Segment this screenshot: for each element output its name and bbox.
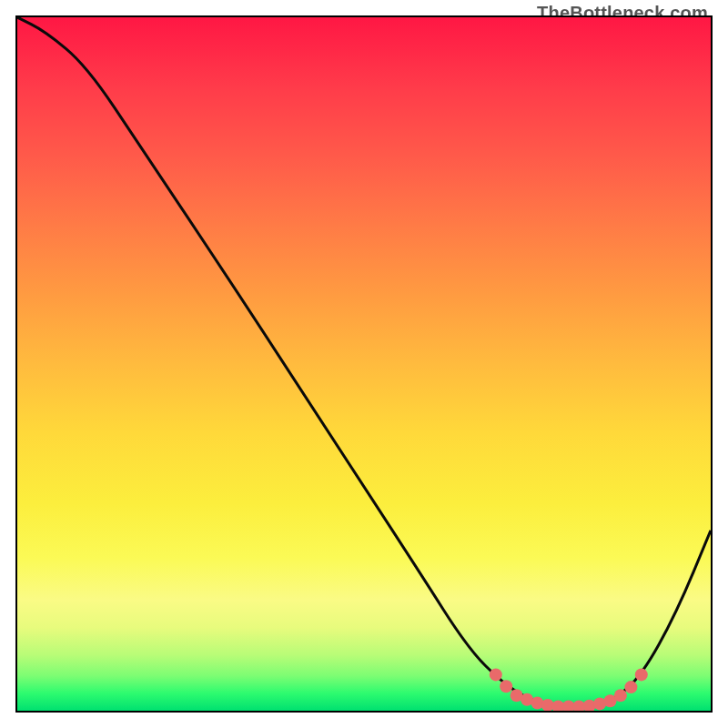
curve-marker — [635, 668, 648, 681]
curve-marker — [614, 689, 627, 702]
chart-svg — [17, 17, 711, 711]
curve-marker — [490, 668, 502, 681]
curve-marker — [500, 680, 512, 693]
curve-marker — [624, 681, 637, 693]
chart-plot-area — [15, 15, 713, 713]
bottleneck-curve — [17, 17, 711, 706]
